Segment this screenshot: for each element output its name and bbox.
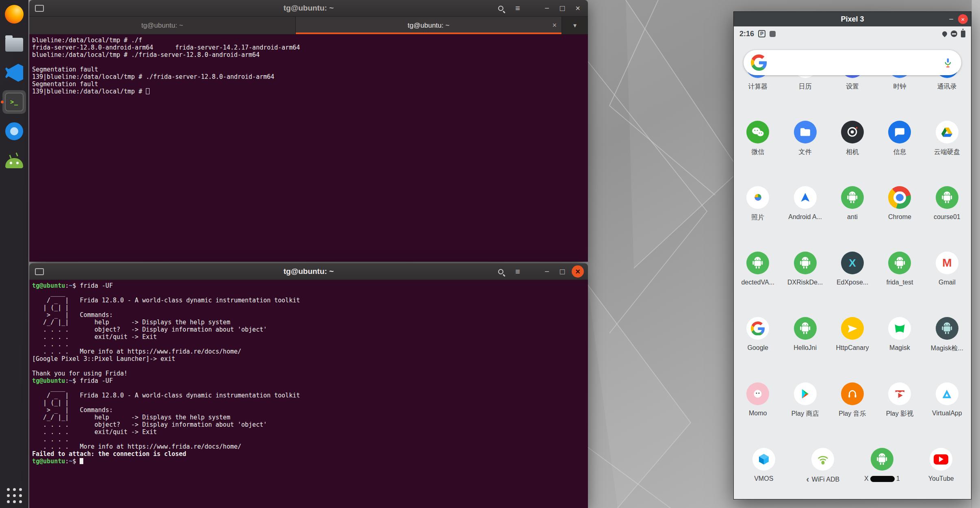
android-icon bbox=[841, 186, 864, 209]
dock-item-browser[interactable] bbox=[2, 119, 26, 143]
dock-item-vscode[interactable] bbox=[2, 61, 26, 85]
app-anti[interactable]: anti bbox=[829, 186, 876, 252]
terminal-line: 139|blueline:/data/local/tmp # bbox=[32, 88, 586, 95]
emulator-close-button[interactable]: × bbox=[958, 14, 968, 24]
close-button[interactable]: × bbox=[572, 265, 584, 278]
app-grid-row: VMOS‹WiFi ADBX1YouTube bbox=[734, 448, 971, 499]
app-label: 日历 bbox=[799, 82, 812, 91]
app-VirtualApp[interactable]: VirtualApp bbox=[924, 382, 971, 448]
window-title: tg@ubuntu: ~ bbox=[284, 267, 334, 276]
app-X[interactable]: X1 bbox=[852, 448, 912, 499]
app-Play 影视[interactable]: Play 影视 bbox=[876, 382, 923, 448]
search-button[interactable] bbox=[494, 2, 507, 14]
menu-button[interactable]: ≡ bbox=[511, 2, 525, 14]
terminal-line: . . . . object? -> Display information a… bbox=[32, 421, 586, 428]
menu-button[interactable]: ≡ bbox=[511, 265, 525, 278]
app-label: 微信 bbox=[751, 148, 764, 156]
app-照片[interactable]: 照片 bbox=[734, 186, 781, 252]
terminal-line bbox=[32, 59, 586, 66]
android-home-pill[interactable] bbox=[870, 476, 895, 482]
terminal-content[interactable]: blueline:/data/local/tmp # ./ffrida-serv… bbox=[29, 35, 588, 262]
maximize-button[interactable]: □ bbox=[556, 2, 568, 14]
terminal-line bbox=[32, 363, 586, 370]
app-Android A...[interactable]: Android A... bbox=[781, 186, 828, 252]
app-YouTube[interactable]: YouTube bbox=[912, 448, 971, 499]
files-icon bbox=[5, 38, 23, 52]
app-label: 计算器 bbox=[748, 82, 768, 91]
minimize-button[interactable]: − bbox=[541, 2, 553, 14]
app-云端硬盘[interactable]: 云端硬盘 bbox=[924, 121, 971, 186]
close-button[interactable]: × bbox=[572, 2, 584, 14]
app-HelloJni[interactable]: HelloJni bbox=[781, 317, 828, 382]
app-label: Play 音乐 bbox=[839, 410, 866, 418]
status-right bbox=[942, 30, 965, 37]
terminal-line: | (_| | bbox=[32, 399, 586, 406]
app-Magisk检...[interactable]: Magisk检... bbox=[924, 317, 971, 382]
app-相机[interactable]: 相机 bbox=[829, 121, 876, 186]
android-icon bbox=[746, 252, 769, 274]
camera-icon bbox=[841, 121, 864, 143]
emulator-minimize-button[interactable]: − bbox=[945, 15, 957, 24]
app-VMOS[interactable]: VMOS bbox=[734, 448, 794, 499]
app-label: Magisk bbox=[889, 344, 910, 352]
dock-item-firefox[interactable] bbox=[2, 2, 26, 26]
app-DXRiskDe...[interactable]: DXRiskDe... bbox=[781, 252, 828, 317]
app-label: Play 商店 bbox=[791, 410, 819, 418]
app-EdXpose...[interactable]: XEdXpose... bbox=[829, 252, 876, 317]
tab-terminal-1[interactable]: tg@ubuntu: ~ bbox=[29, 17, 296, 34]
play-movies-icon bbox=[888, 382, 911, 405]
app-grid: 计算器31日历设置时钟通讯录微信文件相机信息云端硬盘照片Android A...… bbox=[734, 55, 971, 499]
app-微信[interactable]: 微信 bbox=[734, 121, 781, 186]
search-icon bbox=[498, 6, 503, 11]
search-button[interactable] bbox=[494, 265, 507, 278]
terminal-content[interactable]: tg@ubuntu:~$ frida -UF ____ / _ | Frida … bbox=[29, 280, 588, 508]
app-Momo[interactable]: Momo bbox=[734, 382, 781, 448]
app-Play 商店[interactable]: Play 商店 bbox=[781, 382, 828, 448]
app-信息[interactable]: 信息 bbox=[876, 121, 923, 186]
android-icon bbox=[5, 158, 23, 168]
app-HttpCanary[interactable]: HttpCanary bbox=[829, 317, 876, 382]
google-search-bar[interactable] bbox=[744, 50, 961, 75]
dock-item-files[interactable] bbox=[2, 32, 26, 55]
tab-terminal-2[interactable]: tg@ubuntu: ~ × bbox=[296, 17, 562, 34]
app-dectedVA...[interactable]: dectedVA... bbox=[734, 252, 781, 317]
app-label: 照片 bbox=[751, 213, 764, 222]
app-label: Chrome bbox=[888, 213, 911, 221]
emulator-titlebar: Pixel 3 − × bbox=[734, 12, 971, 26]
dock-item-terminal[interactable]: >_ bbox=[2, 90, 26, 114]
app-Gmail[interactable]: MGmail bbox=[924, 252, 971, 317]
magisk-icon bbox=[888, 317, 911, 340]
bug-notification-icon bbox=[770, 31, 776, 37]
terminal-line: | (_| | bbox=[32, 304, 586, 311]
new-tab-button[interactable] bbox=[35, 268, 44, 275]
app-Chrome[interactable]: Chrome bbox=[876, 186, 923, 252]
tab-list-dropdown[interactable]: ▾ bbox=[562, 17, 588, 34]
right-edge-panel bbox=[971, 0, 980, 508]
status-left: 2:16 P bbox=[739, 30, 776, 38]
android-back-icon[interactable]: ‹ bbox=[806, 475, 809, 484]
new-tab-button[interactable] bbox=[35, 5, 44, 12]
app-label: frida_test bbox=[887, 279, 913, 286]
terminal-line: . . . . More info at https://www.frida.r… bbox=[32, 443, 586, 450]
app-Play 音乐[interactable]: Play 音乐 bbox=[829, 382, 876, 448]
app-Magisk[interactable]: Magisk bbox=[876, 317, 923, 382]
tab-close-icon[interactable]: × bbox=[552, 21, 557, 30]
dock-item-android[interactable] bbox=[2, 149, 26, 172]
app-文件[interactable]: 文件 bbox=[781, 121, 828, 186]
app-Google[interactable]: Google bbox=[734, 317, 781, 382]
app-WiFi ADB[interactable]: ‹WiFi ADB bbox=[794, 448, 853, 499]
terminal-line: . . . . bbox=[32, 341, 586, 348]
maximize-button[interactable]: □ bbox=[556, 265, 568, 278]
app-course01[interactable]: course01 bbox=[924, 186, 971, 252]
terminal-line: ____ bbox=[32, 289, 586, 297]
show-applications-button[interactable] bbox=[7, 488, 22, 503]
play-store-icon bbox=[794, 382, 817, 405]
app-frida_test[interactable]: frida_test bbox=[876, 252, 923, 317]
minimize-button[interactable]: − bbox=[541, 265, 553, 278]
app-label: 相机 bbox=[846, 148, 859, 156]
app-grid-row: MomoPlay 商店Play 音乐Play 影视VirtualApp bbox=[734, 382, 971, 448]
mic-icon[interactable] bbox=[942, 55, 954, 70]
android-icon bbox=[936, 186, 958, 209]
messages-icon bbox=[888, 121, 911, 143]
terminal-line: . . . . exit/quit -> Exit bbox=[32, 333, 586, 341]
